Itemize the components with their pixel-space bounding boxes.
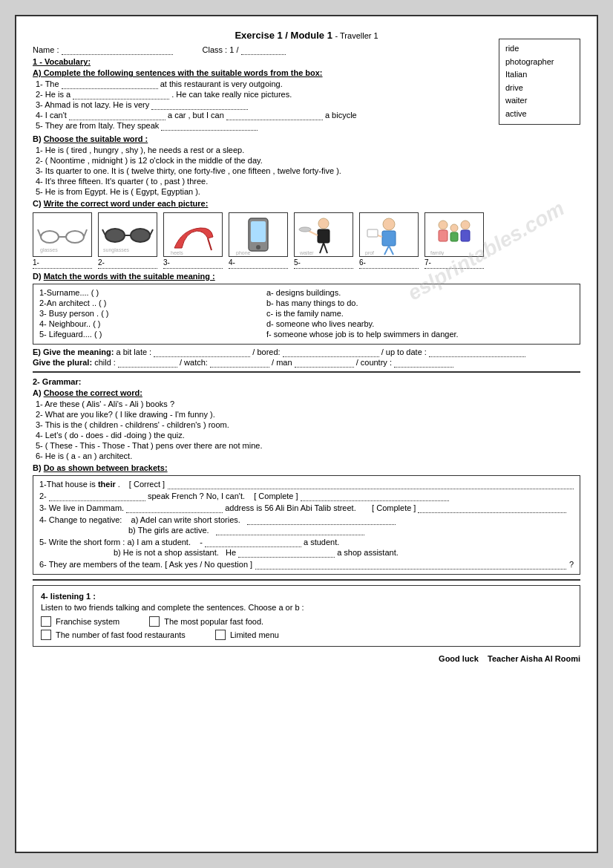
img-label-5[interactable]: 5- <box>294 258 353 269</box>
match-right-f: f- someone whose job is to help swimmers… <box>266 330 574 339</box>
img-label-1[interactable]: 1- <box>33 258 92 269</box>
img-col-6: prof 6- <box>359 212 419 269</box>
good-luck-text: Good luck <box>439 654 479 663</box>
img-label-2[interactable]: 2- <box>98 258 157 269</box>
grammar-a-1: 1- Are these ( Alis' - Ali's - Ali ) boo… <box>33 399 580 408</box>
img-col-4: phone 4- <box>229 212 288 269</box>
checkbox-2[interactable] <box>149 616 160 627</box>
svg-line-20 <box>320 243 324 253</box>
img-label-4[interactable]: 4- <box>229 258 288 269</box>
match-left-1: 1-Surname.... ( ) <box>39 288 244 297</box>
grammar-a-instruction: A) Choose the correct word: <box>33 388 580 397</box>
svg-line-9 <box>150 229 153 235</box>
checkbox-item-3: The number of fast food restaurants <box>41 630 186 640</box>
svg-text:waiter: waiter <box>299 250 314 255</box>
img-2-icon: sunglasses <box>102 215 154 255</box>
img-5-icon: waiter <box>298 215 350 255</box>
match-left: 1-Surname.... ( ) 2-An architect .. ( ) … <box>39 288 244 340</box>
img-1-icon: glasses <box>36 215 88 255</box>
checkbox-label-2: The most popular fast food. <box>164 617 263 626</box>
grammar-b-box: 1-That house is their . [ Correct ] 2- s… <box>33 475 580 575</box>
svg-point-6 <box>105 229 125 242</box>
svg-point-7 <box>131 229 150 242</box>
images-row: glasses 1- sunglasses 2- <box>33 212 580 269</box>
img-label-3[interactable]: 3- <box>163 258 223 269</box>
img-label-6[interactable]: 6- <box>359 258 419 269</box>
separator-1 <box>33 371 580 373</box>
match-left-4: 4- Neighbour.. ( ) <box>39 319 244 328</box>
img-box-5: waiter <box>294 212 353 257</box>
match-box: 1-Surname.... ( ) 2-An architect .. ( ) … <box>33 284 580 345</box>
class-label: Class : 1 / <box>203 45 286 54</box>
match-right: a- designs buildings. b- has many things… <box>266 288 574 340</box>
vocab-b-item-3: 3- Its quarter to one. It is ( twelve th… <box>33 166 580 175</box>
listening-title: 4- listening 1 : <box>41 592 572 601</box>
checkbox-1[interactable] <box>41 616 51 627</box>
img-4-icon: phone <box>232 215 284 255</box>
grammar-b-5a: 5- Write the short form : a) I am a stud… <box>39 538 574 546</box>
svg-point-23 <box>299 227 311 232</box>
part-e-row2: Give the plural: child : / watch: / man … <box>33 358 580 367</box>
match-left-2: 2-An architect .. ( ) <box>39 298 244 307</box>
name-fill[interactable] <box>62 45 173 55</box>
grammar-b-5b: b) He is not a shop assistant. He a shop… <box>39 548 574 557</box>
img-3-icon: heels <box>167 215 219 255</box>
word-box-item: active <box>505 108 574 121</box>
listening-box: 4- listening 1 : Listen to two friends t… <box>33 585 580 647</box>
checkbox-label-4: Limited menu <box>230 630 279 639</box>
grammar-b-6: 6- They are members of the team. [ Ask y… <box>39 560 574 569</box>
svg-rect-19 <box>318 229 330 243</box>
name-label: Name : <box>33 45 173 54</box>
svg-text:phone: phone <box>236 250 251 255</box>
vocab-b-item-1: 1- He is ( tired , hungry , shy ), he ne… <box>33 146 580 154</box>
svg-point-1 <box>66 231 84 243</box>
word-box: ride photographer Italian drive waiter a… <box>499 39 580 125</box>
img-box-7: family <box>424 212 484 257</box>
part-b-instruction: B) Choose the suitable word : <box>33 134 580 143</box>
grammar-b-2: 2- speak French ? No, I can't. [ Complet… <box>39 492 574 500</box>
checkbox-3[interactable] <box>41 630 51 640</box>
img-col-1: glasses 1- <box>33 212 92 269</box>
img-col-3: heels 3- <box>163 212 223 269</box>
checkbox-item-1: Franchise system <box>41 616 119 627</box>
svg-rect-15 <box>251 221 266 242</box>
svg-point-18 <box>318 218 329 229</box>
separator-2 <box>33 579 580 581</box>
img-box-4: phone <box>229 212 288 257</box>
worksheet-page: eslprintables.com Exercise 1 / Module 1 … <box>15 15 598 853</box>
match-right-c: c- is the family name. <box>266 309 574 318</box>
grammar-b-1: 1-That house is their . [ Correct ] <box>39 480 574 489</box>
svg-point-16 <box>256 245 260 249</box>
svg-rect-30 <box>367 229 378 237</box>
grammar-b-4: 4- Change to negative: a) Adel can write… <box>39 515 574 524</box>
grammar-b-instruction: B) Do as shown between brackets: <box>33 463 580 472</box>
svg-line-12 <box>208 238 212 250</box>
checkbox-item-4: Limited menu <box>215 630 279 640</box>
part-c-instruction: C) Write the correct word under each pic… <box>33 199 580 208</box>
vocab-part-a: ride photographer Italian drive waiter a… <box>33 68 580 131</box>
svg-text:sunglasses: sunglasses <box>103 247 130 253</box>
vocab-b-item-5: 5- He is from Egypt. He is ( Egypt, Egyp… <box>33 187 580 196</box>
img-col-2: sunglasses 2- <box>98 212 157 269</box>
checkbox-4[interactable] <box>215 630 226 640</box>
word-box-item: Italian <box>505 68 574 82</box>
img-box-2: sunglasses <box>98 212 157 257</box>
match-right-a: a- designs buildings. <box>266 288 574 297</box>
svg-rect-33 <box>439 230 448 241</box>
img-7-icon: family <box>428 215 480 255</box>
checkbox-label-1: Franchise system <box>56 617 119 626</box>
svg-line-21 <box>324 243 327 253</box>
part-d-instruction: D) Match the words with the suitable mea… <box>33 272 580 281</box>
svg-rect-37 <box>450 232 458 241</box>
svg-line-2 <box>38 229 41 237</box>
svg-rect-26 <box>382 231 396 246</box>
checkbox-row-1: Franchise system The most popular fast f… <box>41 616 572 627</box>
class-fill[interactable] <box>241 45 286 55</box>
checkbox-item-2: The most popular fast food. <box>149 616 263 627</box>
checkbox-row-2: The number of fast food restaurants Limi… <box>41 630 572 640</box>
footer: Good luck Teacher Aisha Al Roomi <box>33 654 580 663</box>
img-label-7[interactable]: 7- <box>424 258 484 269</box>
part-e-row1: E) Give the meaning: a bit late : / bore… <box>33 347 580 356</box>
word-box-item: waiter <box>505 94 574 108</box>
vocab-b-item-2: 2- ( Noontime , midnight ) is 12 o'clock… <box>33 156 580 165</box>
